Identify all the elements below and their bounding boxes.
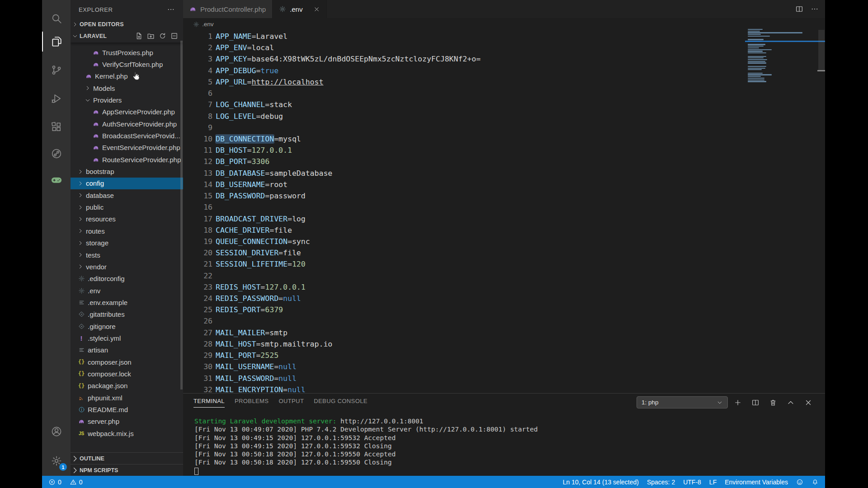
exclaim-icon: ! <box>77 334 86 342</box>
tree-file-package-json[interactable]: {}package.json <box>71 380 183 392</box>
line-number: 29 <box>183 350 212 361</box>
tree-file-verifycsrftoken-php[interactable]: VerifyCsrfToken.php <box>71 58 183 70</box>
terminal-shell-selector[interactable]: 1: php <box>637 396 728 408</box>
status-text: Environment Variables <box>725 479 788 486</box>
trash-icon[interactable] <box>769 399 777 407</box>
code-editor[interactable]: APP_NAME=LaravelAPP_ENV=localAPP_KEY=bas… <box>216 31 744 393</box>
status-environment-variables[interactable]: Environment Variables <box>725 479 788 486</box>
status-error[interactable]: 0 <box>48 479 61 486</box>
tree-folder-models[interactable]: Models <box>71 82 183 94</box>
breadcrumb[interactable]: .env <box>183 18 825 30</box>
tree-file-readme-md[interactable]: README.md <box>71 404 183 415</box>
code-line-27: MAIL_MAILER=smtp <box>216 327 744 338</box>
close-icon[interactable] <box>313 6 320 13</box>
tree-file-composer-lock[interactable]: {}composer.lock <box>71 368 183 380</box>
collapse-all-icon[interactable] <box>170 32 179 40</box>
chevron-right-icon <box>77 204 84 211</box>
new-file-icon[interactable] <box>135 32 143 40</box>
tree-item-label: EventServiceProvider.php <box>102 144 180 151</box>
tree-file--env[interactable]: .env <box>71 285 183 296</box>
tree-file--editorconfig[interactable]: .editorconfig <box>71 273 183 285</box>
split-editor-icon[interactable] <box>795 5 803 13</box>
terminal-output[interactable]: Starting Laravel development server: htt… <box>194 417 816 475</box>
tree-file--gitattributes[interactable]: .gitattributes <box>71 309 183 320</box>
tree-file-artisan[interactable]: artisan <box>71 344 183 356</box>
tree-folder-vendor[interactable]: vendor <box>71 261 183 272</box>
status-feedback[interactable] <box>796 479 803 486</box>
tree-file--gitignore[interactable]: .gitignore <box>71 320 183 332</box>
php-icon <box>84 73 93 80</box>
tree-folder-resources[interactable]: resources <box>71 213 183 225</box>
line-number: 17 <box>183 213 212 225</box>
tree-file-composer-json[interactable]: {}composer.json <box>71 356 183 368</box>
activity-explorer-icon[interactable] <box>42 30 71 53</box>
sidebar-scrollbar[interactable] <box>180 41 183 389</box>
code-line-9 <box>216 122 744 133</box>
tree-file-eventserviceprovider-php[interactable]: EventServiceProvider.php <box>71 142 183 154</box>
chevron-up-icon[interactable] <box>787 399 795 407</box>
tree-file-server-php[interactable]: server.php <box>71 416 183 427</box>
status-utf-8[interactable]: UTF-8 <box>683 479 701 486</box>
tree-file-kernel-php[interactable]: Kernel.php <box>71 70 183 82</box>
activity-live-share-icon[interactable] <box>42 142 71 165</box>
activity-settings-icon[interactable]: 1 <box>42 449 71 473</box>
split-editor-icon[interactable] <box>751 399 760 407</box>
editor-scrollbar[interactable] <box>818 30 825 70</box>
activity-extensions-icon[interactable] <box>42 115 71 139</box>
status-ln-10-col-14-13-selected-[interactable]: Ln 10, Col 14 (13 selected) <box>563 479 639 486</box>
section-outline[interactable]: OUTLINE <box>71 452 183 464</box>
status-warning[interactable]: 0 <box>70 479 83 486</box>
minimap-line <box>748 81 766 82</box>
activity-run-debug-icon[interactable] <box>42 87 71 110</box>
minimap[interactable] <box>746 29 818 393</box>
project-section[interactable]: LARAVEL <box>71 30 183 42</box>
tab-productcontroller-php[interactable]: ProductController.php <box>183 0 273 18</box>
php-icon <box>77 418 86 425</box>
tree-file--env-example[interactable]: .env.example <box>71 296 183 308</box>
open-editors-section[interactable]: OPEN EDITORS <box>71 19 183 30</box>
tree-folder-routes[interactable]: routes <box>71 225 183 237</box>
tree-file--styleci-yml[interactable]: !.styleci.yml <box>71 332 183 344</box>
tree-file-routeserviceprovider-php[interactable]: RouteServiceProvider.php <box>71 154 183 165</box>
tree-folder-tests[interactable]: tests <box>71 249 183 261</box>
status-spaces-2[interactable]: Spaces: 2 <box>647 479 675 486</box>
tree-file-appserviceprovider-php[interactable]: AppServiceProvider.php <box>71 106 183 118</box>
section-npm-scripts[interactable]: NPM SCRIPTS <box>71 464 183 476</box>
gear-icon <box>77 275 86 282</box>
close-icon[interactable] <box>804 399 812 407</box>
minimap-line <box>748 49 772 50</box>
activity-source-control-icon[interactable] <box>42 58 71 82</box>
tree-file-webpack-mix-js[interactable]: JSwebpack.mix.js <box>71 427 183 439</box>
tree-folder-storage[interactable]: storage <box>71 237 183 249</box>
new-terminal-icon[interactable] <box>734 399 742 407</box>
status-bell[interactable] <box>811 479 819 486</box>
tree-item-label: .env <box>88 287 100 295</box>
more-actions-icon[interactable] <box>167 5 175 14</box>
tab--env[interactable]: .env <box>273 0 327 18</box>
tree-file-authserviceprovider-php[interactable]: AuthServiceProvider.php <box>71 118 183 130</box>
activity-gamepad-icon[interactable] <box>42 168 71 192</box>
code-line-12: DB_PORT=3306 <box>216 156 744 167</box>
refresh-icon[interactable] <box>159 32 167 40</box>
tree-folder-bootstrap[interactable]: bootstrap <box>71 165 183 177</box>
activity-search-icon[interactable] <box>42 7 71 30</box>
panel-tab-output[interactable]: OUTPUT <box>278 398 304 407</box>
activity-account-icon[interactable] <box>42 420 71 443</box>
tree-folder-database[interactable]: database <box>71 189 183 201</box>
status-lf[interactable]: LF <box>709 479 717 486</box>
line-number: 19 <box>183 236 212 247</box>
panel: TERMINALPROBLEMSOUTPUTDEBUG CONSOLE 1: p… <box>183 393 825 476</box>
tree-folder-providers[interactable]: Providers <box>71 94 183 106</box>
tree-folder-public[interactable]: public <box>71 201 183 213</box>
new-folder-icon[interactable] <box>147 32 155 40</box>
panel-tab-debug-console[interactable]: DEBUG CONSOLE <box>314 398 368 407</box>
tree-item-label: config <box>86 179 104 187</box>
tree-file-broadcastserviceprovid-[interactable]: BroadcastServiceProvid... <box>71 130 183 141</box>
tree-folder-config[interactable]: config <box>71 178 183 189</box>
panel-tab-problems[interactable]: PROBLEMS <box>235 398 269 407</box>
tree-file-phpunit-xml[interactable]: phpunit.xml <box>71 392 183 404</box>
panel-tab-terminal[interactable]: TERMINAL <box>193 398 225 407</box>
more-icon[interactable] <box>811 5 819 13</box>
code-line-4: APP_DEBUG=true <box>216 65 744 76</box>
tree-file-trustproxies-php[interactable]: TrustProxies.php <box>71 47 183 58</box>
